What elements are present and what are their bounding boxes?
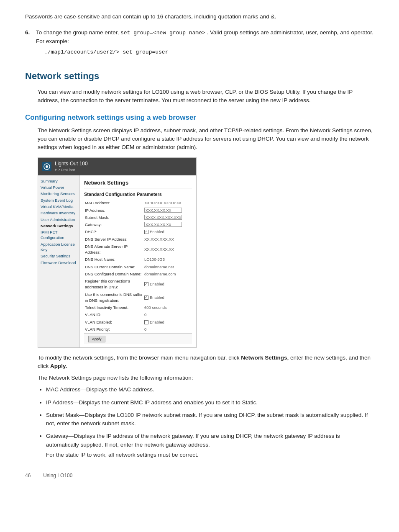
- field-label: Gateway:: [84, 221, 143, 229]
- bullet-subnet: Subnet Mask—Displays the LO100 IP networ…: [46, 412, 368, 427]
- field-label: Register this connection's addresses in …: [84, 278, 143, 291]
- table-row: Gateway: XXX.XX.XX.XX: [84, 221, 192, 229]
- para1-strong2: Apply.: [50, 363, 67, 369]
- nav-summary[interactable]: Summary: [40, 178, 78, 184]
- intro-password-text: Passwords are case-sensitive and can con…: [25, 13, 374, 21]
- field-value[interactable]: XXXX.XXX.XXX.XXX: [143, 214, 192, 221]
- field-label: VLAN Priority:: [84, 326, 143, 333]
- nav-ipmi-pet[interactable]: IPMI PET Configuration: [40, 229, 78, 241]
- field-value: 0: [143, 326, 192, 333]
- screenshot-header-info: Lights-Out 100 HP ProLiant: [55, 160, 88, 173]
- list-item: IP Address—Displays the current BMC IP a…: [46, 398, 374, 407]
- register-dns-label: Enabled: [150, 281, 164, 287]
- nav-hardware-inventory[interactable]: Hardware Inventory: [40, 210, 78, 216]
- table-row: Subnet Mask: XXXX.XXX.XXX.XXX: [84, 214, 192, 221]
- field-label: MAC Address:: [84, 200, 143, 207]
- table-row: DNS Server IP Address: XX.XXX.XXX.XX: [84, 236, 192, 243]
- field-value: domainname.com: [143, 270, 192, 278]
- table-row: MAC Address: XX:XX:XX:XX:XX:XX: [84, 200, 192, 207]
- configuring-body: The Network Settings screen displays IP …: [38, 126, 374, 152]
- para1: To modify the network settings, from the…: [38, 354, 374, 371]
- field-label: DNS Server IP Address:: [84, 236, 143, 243]
- screenshot-header: Lights-Out 100 HP ProLiant: [38, 158, 196, 175]
- bullet-gateway-subtext: For the static IP to work, all network s…: [46, 451, 374, 459]
- dns-suffix-checkbox[interactable]: [144, 296, 148, 300]
- field-label: DNS Configured Domain Name:: [84, 270, 143, 278]
- para1-strong: Network Settings,: [241, 355, 289, 361]
- step6-text: To change the group name enter,: [36, 29, 119, 36]
- screenshot-nav: Summary Virtual Power Monitoring Sensors…: [38, 175, 80, 347]
- screenshot-title: Lights-Out 100: [55, 160, 88, 167]
- page-footer: 46 Using LO100: [25, 472, 374, 479]
- sub-heading: Standard Configuration Parameters: [84, 191, 192, 198]
- table-row: DNS Current Domain Name: domainname.net: [84, 263, 192, 270]
- table-row: IP Address: XXX.XX.XX.XX: [84, 207, 192, 214]
- table-row: DNS Configured Domain Name: domainname.c…: [84, 270, 192, 278]
- table-row: VLAN ID: 0: [84, 311, 192, 319]
- para2: The Network Settings page now lists the …: [38, 374, 374, 382]
- field-value[interactable]: Enabled: [143, 291, 192, 304]
- nav-virtual-power[interactable]: Virtual Power: [40, 184, 78, 190]
- nav-virtual-kvm[interactable]: Virtual KVM/Media: [40, 203, 78, 210]
- step6-code: set group=<new group name>: [120, 30, 205, 36]
- bullet-gateway: Gateway—Displays the IP address of the n…: [46, 433, 340, 447]
- step-6-content: To change the group name enter, set grou…: [36, 28, 374, 59]
- step-6-number: 6.: [25, 28, 33, 59]
- register-dns-checkbox[interactable]: [144, 282, 148, 286]
- field-value[interactable]: Enabled: [143, 229, 192, 236]
- para1-pre: To modify the network settings, from the…: [38, 355, 241, 361]
- dns-suffix-label: Enabled: [150, 295, 164, 301]
- field-label: DNS Host Name:: [84, 256, 143, 263]
- dhcp-label: Enabled: [150, 229, 164, 235]
- nav-system-event-log[interactable]: System Event Log: [40, 197, 78, 203]
- field-value: XX.XXX.XXX.XX: [143, 243, 192, 256]
- screenshot-footer: Apply: [84, 333, 192, 344]
- nav-user-admin[interactable]: User Administration: [40, 216, 78, 223]
- nav-security[interactable]: Security Settings: [40, 253, 78, 259]
- field-label: VLAN ID:: [84, 311, 143, 319]
- field-value: XX:XX:XX:XX:XX:XX: [143, 200, 192, 207]
- screenshot-mockup: Lights-Out 100 HP ProLiant Summary Virtu…: [38, 157, 197, 347]
- network-settings-body: You can view and modify network settings…: [38, 88, 374, 105]
- field-value[interactable]: Enabled: [143, 319, 192, 326]
- field-label: DHCP:: [84, 229, 143, 236]
- field-value: XX.XXX.XXX.XX: [143, 236, 192, 243]
- table-row: Use this connection's DNS suffix in DNS …: [84, 291, 192, 304]
- field-label: Telnet Inactivity Timeout:: [84, 304, 143, 311]
- field-label: Use this connection's DNS suffix in DNS …: [84, 291, 143, 304]
- field-value: 0: [143, 311, 192, 319]
- step6-example: ./map1/accounts/user2/> set group=user: [44, 48, 374, 57]
- field-label: VLAN Enabled:: [84, 319, 143, 326]
- field-value[interactable]: XXX.XX.XX.XX: [143, 221, 192, 229]
- table-row: DNS Host Name: LO100-JG3: [84, 256, 192, 263]
- main-heading: Network Settings: [84, 179, 192, 189]
- page-number: 46: [25, 472, 31, 479]
- dhcp-checkbox[interactable]: [144, 230, 148, 234]
- nav-network-settings[interactable]: Network Settings: [40, 223, 78, 229]
- screenshot-main: Network Settings Standard Configuration …: [80, 175, 196, 347]
- nav-app-license[interactable]: Application License Key: [40, 241, 78, 253]
- field-label: DNS Alternate Server IP Address:: [84, 243, 143, 256]
- field-value: LO100-JG3: [143, 256, 192, 263]
- lo100-logo: [42, 162, 51, 171]
- page-footer-text: Using LO100: [43, 472, 72, 479]
- field-value[interactable]: Enabled: [143, 278, 192, 291]
- table-row: DHCP: Enabled: [84, 229, 192, 236]
- field-value[interactable]: XXX.XX.XX.XX: [143, 207, 192, 214]
- bullet-mac: MAC Address—Displays the MAC address.: [46, 386, 154, 393]
- field-value: 600 seconds: [143, 304, 192, 311]
- list-item: Gateway—Displays the IP address of the n…: [46, 432, 374, 459]
- screenshot-subtitle: HP ProLiant: [55, 167, 88, 173]
- nav-monitoring-sensors[interactable]: Monitoring Sensors: [40, 190, 78, 197]
- svg-point-1: [46, 165, 48, 168]
- table-row: Register this connection's addresses in …: [84, 278, 192, 291]
- apply-button[interactable]: Apply: [88, 336, 105, 342]
- field-label: Subnet Mask:: [84, 214, 143, 221]
- configuring-heading: Configuring network settings using a web…: [25, 112, 374, 123]
- table-row: VLAN Enabled: Enabled: [84, 319, 192, 326]
- step-6: 6. To change the group name enter, set g…: [25, 28, 374, 59]
- after-screenshot-text: To modify the network settings, from the…: [38, 354, 374, 383]
- vlan-enabled-checkbox[interactable]: [144, 320, 148, 324]
- table-row: Telnet Inactivity Timeout: 600 seconds: [84, 304, 192, 311]
- nav-firmware[interactable]: Firmware Download: [40, 260, 78, 266]
